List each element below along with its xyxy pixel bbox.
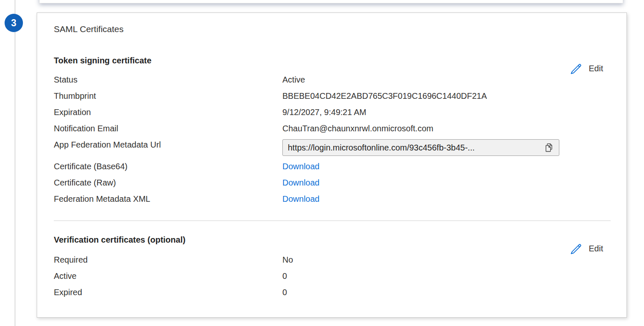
thumbprint-value: BBEBE04CD42E2ABD765C3F019C1696C1440DF21A <box>282 88 487 104</box>
verification-rows: Required No Active 0 Expired 0 <box>54 252 293 301</box>
app-federation-metadata-url-label: App Federation Metadata Url <box>54 137 282 153</box>
app-federation-metadata-url-row: App Federation Metadata Url https://logi… <box>54 137 559 158</box>
notification-email-value: ChauTran@chaunxnrwl.onmicrosoft.com <box>282 120 433 137</box>
download-certificate-raw-link[interactable]: Download <box>282 175 319 191</box>
saml-certificates-card: SAML Certificates Token signing certific… <box>37 13 627 318</box>
verification-certificates-heading: Verification certificates (optional) <box>54 235 186 245</box>
active-row: Active 0 <box>54 268 293 284</box>
status-row: Status Active <box>54 72 559 88</box>
expired-value: 0 <box>282 284 287 301</box>
certificate-base64-row: Certificate (Base64) Download <box>54 158 559 175</box>
card-title: SAML Certificates <box>54 24 123 34</box>
edit-button-label: Edit <box>589 244 603 253</box>
status-label: Status <box>54 72 282 88</box>
active-label: Active <box>54 268 282 284</box>
federation-metadata-xml-row: Federation Metadata XML Download <box>54 191 559 207</box>
required-row: Required No <box>54 252 293 268</box>
token-signing-certificate-heading: Token signing certificate <box>54 56 151 65</box>
pencil-icon <box>570 62 583 75</box>
step-3-badge: 3 <box>5 14 23 32</box>
federation-metadata-xml-label: Federation Metadata XML <box>54 191 282 207</box>
edit-verification-certificates-button[interactable]: Edit <box>570 242 603 255</box>
app-federation-metadata-url-value: https://login.microsoftonline.com/93c456… <box>288 140 541 155</box>
expiration-row: Expiration 9/12/2027, 9:49:21 AM <box>54 104 559 120</box>
certificate-raw-label: Certificate (Raw) <box>54 175 282 191</box>
certificate-base64-label: Certificate (Base64) <box>54 158 282 175</box>
expiration-value: 9/12/2027, 9:49:21 AM <box>282 104 366 120</box>
notification-email-row: Notification Email ChauTran@chaunxnrwl.o… <box>54 120 559 137</box>
expired-row: Expired 0 <box>54 284 293 301</box>
certificate-raw-row: Certificate (Raw) Download <box>54 175 559 191</box>
expiration-label: Expiration <box>54 104 282 120</box>
notification-email-label: Notification Email <box>54 120 282 137</box>
thumbprint-row: Thumbprint BBEBE04CD42E2ABD765C3F019C169… <box>54 88 559 104</box>
thumbprint-label: Thumbprint <box>54 88 282 104</box>
previous-card-bottom-edge <box>39 0 623 3</box>
step-number: 3 <box>11 18 17 29</box>
section-divider <box>54 221 611 221</box>
app-federation-metadata-url-field[interactable]: https://login.microsoftonline.com/93c456… <box>282 139 559 156</box>
step-timeline-line <box>15 0 15 326</box>
download-certificate-base64-link[interactable]: Download <box>282 158 319 175</box>
status-value: Active <box>282 72 305 88</box>
required-label: Required <box>54 252 282 268</box>
pencil-icon <box>570 242 583 255</box>
edit-token-signing-button[interactable]: Edit <box>570 62 603 75</box>
active-value: 0 <box>282 268 287 284</box>
required-value: No <box>282 252 293 268</box>
download-federation-metadata-xml-link[interactable]: Download <box>282 191 319 207</box>
token-signing-rows: Status Active Thumbprint BBEBE04CD42E2AB… <box>54 72 559 207</box>
edit-button-label: Edit <box>589 64 603 73</box>
expired-label: Expired <box>54 284 282 301</box>
copy-icon[interactable] <box>544 143 554 153</box>
